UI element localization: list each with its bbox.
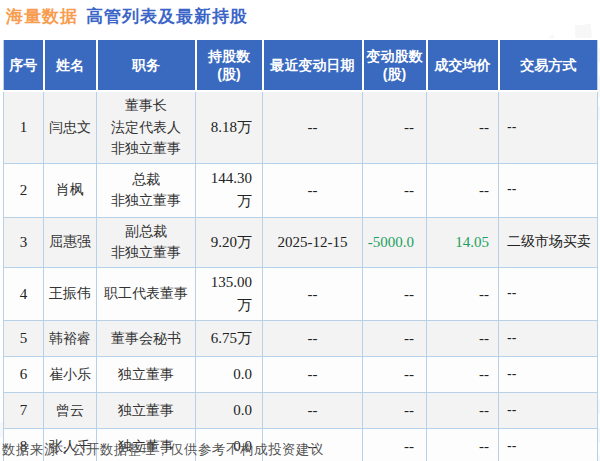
cell-change: -- [363,164,427,218]
cell-name: 曾云 [44,393,97,429]
header-cell-1: 姓名 [44,39,97,91]
cell-name: 韩裕睿 [44,321,97,357]
section-title: 高管列表及最新持股 [86,7,248,26]
cell-price: -- [427,91,499,164]
cell-price: -- [427,267,499,321]
header-cell-4: 最近变动日期 [263,39,363,91]
header-cell-5: 变动股数 (股) [363,39,427,91]
cell-shares: 0.0 [196,393,263,429]
data-source-note: 数据来源：公开数据整理，仅供参考不构成投资建议 [2,441,324,459]
cell-no: 3 [4,217,44,267]
cell-no: 2 [4,164,44,218]
executive-holdings-table: 序号姓名职务持股数 (股)最近变动日期变动股数 (股)成交均价交易方式 1闫忠文… [3,38,598,461]
cell-method: -- [499,321,598,357]
header-cell-7: 交易方式 [499,39,598,91]
cell-name: 崔小乐 [44,357,97,393]
cell-price: -- [427,164,499,218]
cell-position: 董事长 法定代表人 非独立董事 [97,91,196,164]
cell-price: -- [427,357,499,393]
cell-change: -- [363,429,427,461]
cell-position: 总裁 非独立董事 [97,164,196,218]
cell-name: 屈惠强 [44,217,97,267]
cell-date: -- [263,357,363,393]
cell-no: 7 [4,393,44,429]
cell-change: -- [363,267,427,321]
table-row: 3屈惠强副总裁 非独立董事9.20万2025-12-15-5000.014.05… [4,217,598,267]
table-row: 4王振伟职工代表董事135.00万-------- [4,267,598,321]
cell-no: 1 [4,91,44,164]
cell-date: 2025-12-15 [263,217,363,267]
cell-method: -- [499,393,598,429]
table-row: 5韩裕睿董事会秘书6.75万-------- [4,321,598,357]
cell-date: -- [263,321,363,357]
table-row: 6崔小乐独立董事0.0-------- [4,357,598,393]
cell-position: 董事会秘书 [97,321,196,357]
cell-shares: 8.18万 [196,91,263,164]
cell-name: 王振伟 [44,267,97,321]
cell-price: 14.05 [427,217,499,267]
cell-no: 5 [4,321,44,357]
table-row: 2肖枫总裁 非独立董事144.30万-------- [4,164,598,218]
header-cell-0: 序号 [4,39,44,91]
cell-no: 6 [4,357,44,393]
cell-method: -- [499,267,598,321]
stock-name: 海量数据 [6,7,78,26]
cell-method: -- [499,357,598,393]
cell-price: -- [427,321,499,357]
cell-shares: 9.20万 [196,217,263,267]
cell-date: -- [263,91,363,164]
cell-position: 独立董事 [97,393,196,429]
table-row: 1闫忠文董事长 法定代表人 非独立董事8.18万-------- [4,91,598,164]
header-cell-2: 职务 [97,39,196,91]
cell-position: 独立董事 [97,357,196,393]
cell-change: -- [363,91,427,164]
cell-price: -- [427,429,499,461]
cell-date: -- [263,267,363,321]
cell-no: 4 [4,267,44,321]
cell-date: -- [263,164,363,218]
cell-shares: 144.30万 [196,164,263,218]
cell-date: -- [263,393,363,429]
table-row: 7曾云独立董事0.0-------- [4,393,598,429]
cell-shares: 0.0 [196,357,263,393]
table-header: 序号姓名职务持股数 (股)最近变动日期变动股数 (股)成交均价交易方式 [4,39,598,91]
cell-change: -- [363,357,427,393]
page-title: 海量数据高管列表及最新持股 [6,5,248,28]
cell-method: -- [499,164,598,218]
cell-change: -- [363,321,427,357]
cell-change: -5000.0 [363,217,427,267]
header-cell-3: 持股数 (股) [196,39,263,91]
cell-method: 二级市场买卖 [499,217,598,267]
cell-shares: 6.75万 [196,321,263,357]
cell-method: -- [499,429,598,461]
cell-change: -- [363,393,427,429]
cell-shares: 135.00万 [196,267,263,321]
header-cell-6: 成交均价 [427,39,499,91]
cell-price: -- [427,393,499,429]
cell-name: 肖枫 [44,164,97,218]
cell-position: 职工代表董事 [97,267,196,321]
cell-method: -- [499,91,598,164]
cell-name: 闫忠文 [44,91,97,164]
cell-position: 副总裁 非独立董事 [97,217,196,267]
